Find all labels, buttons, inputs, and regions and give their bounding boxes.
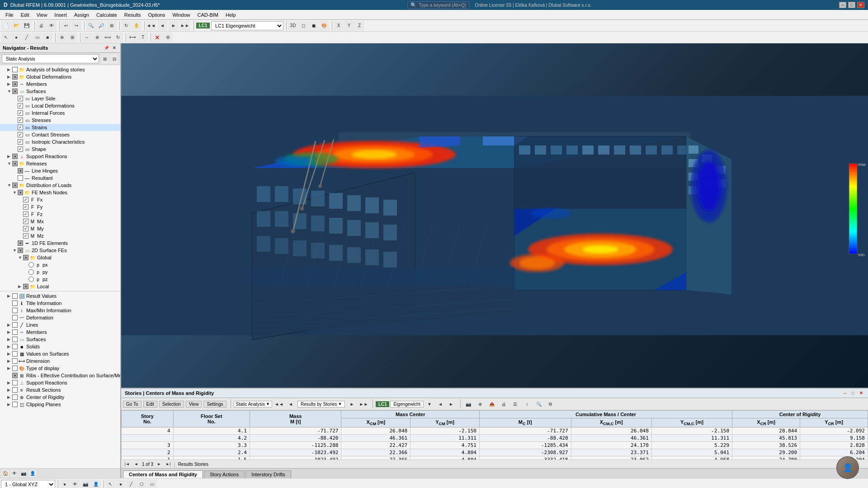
nav-item-surfaces[interactable]: ▼ ▪ ▭ Surfaces — [0, 88, 120, 95]
nav-item-center-of-rigidity[interactable]: ▶ ⊛ Center of Rigidity — [0, 394, 120, 401]
results-first-page[interactable]: |◄ — [124, 461, 130, 467]
tb2-cross[interactable]: ✕ — [152, 33, 162, 42]
tb2-mirror[interactable]: ⟺ — [103, 33, 113, 42]
results-selection-button[interactable]: Selection — [159, 401, 184, 408]
tb-bottom-2[interactable]: 👁 — [70, 479, 80, 488]
tb2-move[interactable]: ↔ — [82, 33, 92, 42]
nav-item-isotropic[interactable]: ✓ ▭ Isotropic Characteristics — [0, 138, 120, 145]
nav-item-my[interactable]: ✓ M My — [0, 225, 120, 232]
nav-item-type-of-display[interactable]: ▶ 🎨 Type of display — [0, 365, 120, 372]
nav-section-select[interactable]: Static Analysis — [2, 54, 99, 63]
results-maximize-button[interactable]: □ — [850, 390, 856, 396]
tb-bottom-surface[interactable]: ▭ — [147, 479, 157, 488]
nav-item-py[interactable]: p py — [0, 268, 120, 276]
coordinate-system-select[interactable]: 1 - Global XYZ — [1, 480, 55, 488]
viewport-3d[interactable]: max min — [121, 43, 868, 388]
nav-item-result-sections[interactable]: ▶ ≡ Result Sections — [0, 386, 120, 394]
tb-pan[interactable]: ✋ — [132, 21, 142, 31]
close-button[interactable]: ✕ — [857, 2, 864, 8]
nav-item-mz[interactable]: ✓ M Mz — [0, 232, 120, 239]
nav-item-fx[interactable]: ✓ F Fx — [0, 196, 120, 203]
results-tb-sort[interactable]: ↕ — [522, 399, 532, 409]
results-view-button[interactable]: View — [186, 401, 202, 408]
results-tb-filter[interactable]: ☰ — [510, 399, 520, 409]
tb2-line[interactable]: ╱ — [22, 33, 32, 42]
nav-item-dimension[interactable]: ▶ ⟷ Dimension — [0, 357, 120, 365]
minimize-button[interactable]: ─ — [839, 2, 846, 8]
nav-item-global-deformations[interactable]: ▶ ▪ 📁 Global Deformations — [0, 73, 120, 80]
tb2-node[interactable]: ● — [11, 33, 21, 42]
tab-story-actions[interactable]: Story Actions — [204, 470, 245, 478]
tb2-solid[interactable]: ■ — [42, 33, 52, 42]
nav-item-distribution-of-loads[interactable]: ▼ ▪ 📁 Distribution of Loads — [0, 182, 120, 189]
results-by-combo[interactable]: Results by Stories ▼ — [297, 401, 345, 408]
tb-bottom-node[interactable]: ● — [116, 479, 126, 488]
tb-lc-prev-prev[interactable]: ◄◄ — [146, 21, 156, 31]
nav-item-contact-stresses[interactable]: ✓ ▭ Contact Stresses — [0, 131, 120, 138]
nav-item-shape[interactable]: ✓ ▭ Shape — [0, 145, 120, 153]
results-tb-settings[interactable]: ⚙ — [546, 399, 556, 409]
tb-new[interactable]: 📄 — [1, 21, 11, 31]
nav-item-lines[interactable]: ▶ ╱ Lines — [0, 321, 120, 328]
results-minimize-button[interactable]: ─ — [842, 390, 848, 396]
tb-lc-next[interactable]: ► — [169, 21, 179, 31]
tb-solid[interactable]: ◼ — [309, 21, 319, 31]
maximize-button[interactable]: □ — [848, 2, 855, 8]
nav-item-result-values[interactable]: ▶ 🔢 Result Values — [0, 292, 120, 300]
tb-y-axis[interactable]: Y — [344, 21, 354, 31]
search-bar[interactable]: 🔍 Type a keyword (Alt+Q) — [407, 1, 469, 9]
nav-expand-button[interactable]: ⊞ — [101, 54, 109, 64]
tb-zoom-out[interactable]: 🔎 — [96, 21, 106, 31]
nav-item-fz[interactable]: ✓ F Fz — [0, 211, 120, 218]
tb2-select[interactable]: ↖ — [1, 33, 11, 42]
nav-btn-person[interactable]: 👤 — [29, 470, 36, 477]
nav-item-layer-side[interactable]: ✓ ▭ Layer Side — [0, 95, 120, 102]
nav-item-members-2[interactable]: ▶ ━ Members — [0, 328, 120, 336]
menu-edit[interactable]: Edit — [17, 11, 33, 19]
table-row[interactable]: 4.2-88.42046.36111.311-88.42046.36111.31… — [122, 435, 868, 442]
tb2-text[interactable]: T — [138, 33, 148, 42]
tab-centers-of-mass[interactable]: Centers of Mass and Rigidity — [123, 470, 203, 478]
nav-item-2d-surface-fes[interactable]: ▼ ▪ ▭ 2D Surface FEs — [0, 247, 120, 254]
tb2-dimension[interactable]: ⟷ — [127, 33, 137, 42]
tb-rotate[interactable]: ↻ — [121, 21, 131, 31]
tb-z-axis[interactable]: Z — [354, 21, 364, 31]
nav-item-strains[interactable]: ✓ ▭ Strains — [0, 124, 120, 131]
tb2-rotate-obj[interactable]: ↻ — [113, 33, 123, 42]
table-row[interactable]: 22.4-1023.49222.3664.804-2308.92723.3715… — [122, 449, 868, 456]
results-lc-name[interactable]: Eigengewicht — [390, 401, 423, 408]
nav-btn-home[interactable]: 🏠 — [2, 470, 9, 477]
results-tb-screenshot[interactable]: 📷 — [463, 399, 473, 409]
menu-cadbim[interactable]: CAD-BIM — [194, 11, 222, 19]
tb2-snap[interactable]: ⊕ — [57, 33, 67, 42]
nav-item-resultant[interactable]: — Resultant — [0, 174, 120, 182]
results-lc-nav-next[interactable]: ► — [446, 399, 456, 409]
results-nav-prev[interactable]: ◄ — [286, 399, 296, 409]
results-lc-arrow-down[interactable]: ▼ — [425, 399, 434, 409]
results-close-button[interactable]: ✕ — [858, 390, 864, 396]
nav-item-maxmin-information[interactable]: ↕ Max/Min Information — [0, 307, 120, 314]
nav-item-stresses[interactable]: ✓ ▭ Stresses — [0, 117, 120, 124]
results-edit-button[interactable]: Edit — [143, 401, 157, 408]
nav-item-values-on-surfaces[interactable]: ▶ ▦ Values on Surfaces — [0, 350, 120, 357]
tb-open[interactable]: 📂 — [11, 21, 21, 31]
nav-item-deformation[interactable]: 〰 Deformation — [0, 314, 120, 321]
results-settings-button[interactable]: Settings — [203, 401, 226, 408]
results-tb-copy[interactable]: ⊕ — [475, 399, 485, 409]
nav-item-global[interactable]: ▼ ▪ 📁 Global — [0, 254, 120, 261]
results-lc-nav-prev[interactable]: ◄ — [435, 399, 445, 409]
tb-bottom-1[interactable]: ● — [60, 479, 70, 488]
results-tb-export[interactable]: 📤 — [487, 399, 497, 409]
tb-bottom-4[interactable]: 👤 — [91, 479, 101, 488]
nav-item-px[interactable]: p px — [0, 261, 120, 268]
tb-bottom-poly[interactable]: ⬡ — [137, 479, 146, 488]
menu-calculate[interactable]: Calculate — [93, 11, 121, 19]
results-last-page[interactable]: ►| — [165, 461, 171, 467]
tb-bottom-3[interactable]: 📷 — [80, 479, 90, 488]
table-row[interactable]: 44.1-71.72726.048-2.150-71.72726.048-2.1… — [122, 427, 868, 435]
tb-preview[interactable]: 👁 — [47, 21, 57, 31]
nav-item-internal-forces[interactable]: ✓ ▭ Internal Forces — [0, 109, 120, 117]
tb-zoom-fit[interactable]: ⊞ — [107, 21, 117, 31]
nav-item-fy[interactable]: ✓ F Fy — [0, 203, 120, 211]
tb-render[interactable]: 🎨 — [319, 21, 329, 31]
